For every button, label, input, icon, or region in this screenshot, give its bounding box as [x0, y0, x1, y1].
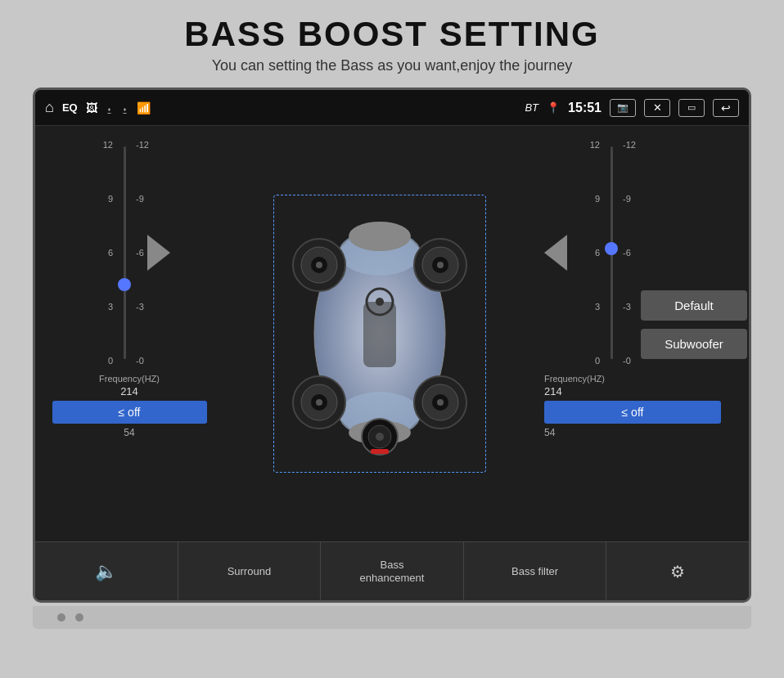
- home-icon[interactable]: ⌂: [45, 99, 54, 116]
- left-off-button[interactable]: ≤ off: [52, 401, 207, 424]
- nav-surround[interactable]: Surround: [178, 542, 322, 600]
- left-freq-label: Frequency(HZ): [99, 374, 160, 384]
- right-off-button[interactable]: ≤ off: [544, 401, 721, 424]
- page-wrapper: BASS BOOST SETTING You can setting the B…: [0, 0, 784, 678]
- mirror-btn[interactable]: ▭: [678, 99, 705, 117]
- main-content: 12 9 6 3 0 -12 -9: [35, 126, 749, 541]
- back-btn[interactable]: ↩: [713, 99, 739, 117]
- nav-volume[interactable]: 🔈: [35, 542, 178, 600]
- nav-bass-enhancement[interactable]: Bassenhancement: [321, 542, 464, 600]
- right-arrow-icon: [544, 235, 567, 271]
- main-title: BASS BOOST SETTING: [0, 15, 784, 54]
- left-eq-track[interactable]: [124, 146, 126, 359]
- left-scale-left: 12 9 6 3 0: [95, 138, 113, 367]
- subwoofer-button[interactable]: Subwoofer: [641, 329, 747, 359]
- status-time: 15:51: [568, 101, 602, 115]
- left-eq-panel: 12 9 6 3 0 -12 -9: [35, 126, 223, 541]
- right-eq-track[interactable]: [611, 146, 613, 359]
- nav-equalizer[interactable]: ⚙: [606, 542, 749, 600]
- right-action-buttons: Default Subwoofer: [641, 290, 747, 359]
- bass-enhancement-label: Bassenhancement: [360, 559, 425, 584]
- svg-rect-5: [363, 302, 396, 367]
- status-right: BT 📍 15:51 📷 ✕ ▭ ↩: [525, 99, 739, 117]
- left-arrow-icon: [147, 235, 170, 271]
- surround-label: Surround: [228, 565, 271, 578]
- right-below-value: 54: [544, 427, 555, 438]
- sub-title: You can setting the Bass as you want,enj…: [0, 57, 784, 74]
- right-freq-value: 214: [544, 385, 562, 397]
- right-eq-thumb[interactable]: [605, 242, 618, 255]
- car-area: [223, 126, 536, 541]
- close-btn[interactable]: ✕: [644, 99, 670, 117]
- right-slider-container: 12 9 6 3 0: [544, 138, 641, 367]
- right-freq-label: Frequency(HZ): [544, 374, 605, 384]
- svg-point-23: [437, 399, 444, 406]
- right-arrow: [544, 138, 572, 367]
- location-icon: 📍: [547, 101, 560, 114]
- right-top-row: 12 9 6 3 0: [544, 138, 741, 367]
- left-slider-container: 12 9 6 3 0 -12 -9: [95, 138, 164, 367]
- bottom-footer: [33, 606, 751, 629]
- usb2-icon: ⍚: [121, 101, 128, 114]
- device-frame: ⌂ EQ 🖼 ⍚ ⍚ 📶 BT 📍 15:51 📷 ✕ ▭ ↩: [33, 88, 751, 603]
- svg-point-11: [316, 262, 322, 268]
- default-button[interactable]: Default: [641, 290, 747, 321]
- usb1-icon: ⍚: [106, 101, 113, 114]
- eq-label: EQ: [62, 101, 78, 114]
- right-scale-right: -12 -9 -6 -3 -0: [623, 138, 641, 367]
- svg-point-15: [437, 262, 444, 268]
- left-eq-thumb[interactable]: [118, 278, 131, 291]
- image-icon: 🖼: [86, 101, 97, 114]
- svg-point-3: [349, 222, 411, 251]
- left-track-area: [116, 146, 133, 359]
- footer-dot-2: [75, 613, 83, 622]
- svg-point-19: [316, 399, 322, 406]
- wifi-icon: 📶: [137, 101, 151, 114]
- bottom-nav: 🔈 Surround Bassenhancement Bass filter ⚙: [35, 541, 749, 600]
- header-section: BASS BOOST SETTING You can setting the B…: [0, 0, 784, 83]
- status-bar: ⌂ EQ 🖼 ⍚ ⍚ 📶 BT 📍 15:51 📷 ✕ ▭ ↩: [35, 90, 749, 126]
- left-freq-value: 214: [120, 385, 138, 397]
- left-below-value: 54: [124, 427, 134, 438]
- svg-rect-27: [371, 449, 389, 454]
- right-scale-left: 12 9 6 3 0: [582, 138, 600, 367]
- svg-point-26: [376, 433, 384, 441]
- footer-dot-1: [57, 613, 65, 622]
- volume-icon: 🔈: [95, 561, 117, 582]
- right-eq-panel: 12 9 6 3 0: [536, 126, 749, 541]
- equalizer-icon: ⚙: [670, 562, 685, 581]
- right-track-area: [603, 146, 620, 359]
- car-svg: [274, 195, 485, 472]
- bass-filter-label: Bass filter: [511, 565, 558, 578]
- camera-btn[interactable]: 📷: [610, 99, 636, 117]
- bt-label: BT: [525, 101, 538, 114]
- svg-point-7: [376, 298, 384, 306]
- right-eq-col: 12 9 6 3 0: [544, 138, 641, 367]
- car-visual: [273, 195, 486, 473]
- nav-bass-filter[interactable]: Bass filter: [464, 542, 607, 600]
